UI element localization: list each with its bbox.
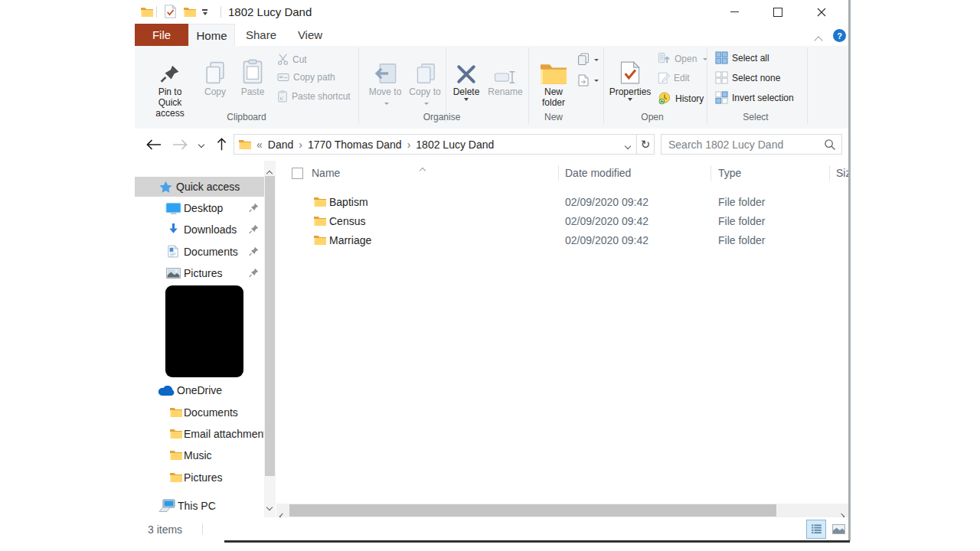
qat-new-folder-icon[interactable] xyxy=(184,7,196,17)
horizontal-scrollbar[interactable] xyxy=(276,504,848,517)
column-header-separator[interactable] xyxy=(829,165,830,181)
qat-separator xyxy=(220,6,221,18)
cut-button[interactable]: Cut xyxy=(277,54,307,65)
rename-button[interactable]: Rename xyxy=(485,51,525,97)
sidebar-item-onedrive-documents[interactable]: Documents xyxy=(135,403,264,422)
copy-button[interactable]: Copy xyxy=(198,51,233,97)
sidebar-item-quick-access[interactable]: Quick access xyxy=(135,177,264,197)
help-button[interactable]: ? xyxy=(833,29,846,42)
cut-icon xyxy=(277,54,289,65)
file-row-baptism[interactable]: Baptism 02/09/2020 09:42 File folder xyxy=(276,192,851,211)
file-name: Baptism xyxy=(329,192,368,211)
history-icon xyxy=(658,91,671,106)
address-history-dropdown[interactable] xyxy=(626,139,630,151)
scroll-down-icon[interactable] xyxy=(267,499,272,513)
sidebar-item-onedrive-pictures[interactable]: Pictures xyxy=(135,468,264,487)
easy-access-button[interactable] xyxy=(577,74,599,86)
file-row-marriage[interactable]: Marriage 02/09/2020 09:42 File folder xyxy=(276,230,851,249)
properties-label: Properties xyxy=(608,86,652,97)
new-item-button[interactable] xyxy=(577,53,599,66)
horizontal-scrollbar-thumb[interactable] xyxy=(289,504,776,517)
sort-ascending-icon[interactable] xyxy=(420,162,425,176)
move-to-button[interactable]: Move to xyxy=(366,51,404,108)
items-count: 3 items xyxy=(148,517,182,541)
sidebar-item-pictures[interactable]: Pictures xyxy=(135,263,264,283)
search-input[interactable] xyxy=(662,135,841,154)
select-group-label: Select xyxy=(717,112,794,122)
file-name: Census xyxy=(329,211,365,230)
column-header-name[interactable]: Name xyxy=(312,161,340,184)
redacted-thumbnail xyxy=(165,285,243,377)
tab-view[interactable]: View xyxy=(286,24,334,46)
sidebar-scrollbar[interactable] xyxy=(264,161,276,517)
file-name: Marriage xyxy=(329,230,371,249)
pin-icon xyxy=(249,268,259,278)
invert-selection-button[interactable]: Invert selection xyxy=(715,91,794,104)
edit-button[interactable]: Edit xyxy=(658,72,690,84)
pin-to-quick-access-button[interactable]: Pin to Quick access xyxy=(145,51,194,119)
sidebar-item-documents[interactable]: Documents xyxy=(135,242,264,262)
thumbnails-view-button[interactable] xyxy=(828,520,848,539)
minimize-button[interactable] xyxy=(715,0,753,24)
tab-share[interactable]: Share xyxy=(237,24,285,46)
invert-selection-label: Invert selection xyxy=(732,93,794,103)
breadcrumb-separator[interactable]: › xyxy=(299,139,302,151)
details-view-button[interactable] xyxy=(806,520,826,539)
tab-file[interactable]: File xyxy=(135,24,188,46)
open-button[interactable]: Open xyxy=(658,52,707,65)
sidebar-item-onedrive[interactable]: OneDrive xyxy=(135,380,264,400)
tab-home[interactable]: Home xyxy=(188,24,235,46)
file-list: Name Date modified Type Size Baptism 02/… xyxy=(276,161,851,517)
breadcrumb-separator[interactable]: › xyxy=(407,139,411,151)
delete-icon xyxy=(456,64,476,84)
select-all-icon xyxy=(715,51,728,64)
breadcrumb-crumb[interactable]: Dand xyxy=(268,139,293,151)
sidebar-item-label: Desktop xyxy=(184,202,223,214)
rename-label: Rename xyxy=(485,86,525,97)
column-header-type[interactable]: Type xyxy=(718,161,741,184)
select-all-button[interactable]: Select all xyxy=(715,51,769,64)
up-button[interactable] xyxy=(211,134,231,155)
select-none-button[interactable]: Select none xyxy=(715,71,780,84)
sidebar-item-this-pc[interactable]: This PC xyxy=(135,496,264,516)
copy-path-button[interactable]: Copy path xyxy=(277,72,335,83)
new-item-icon xyxy=(577,53,590,66)
forward-button[interactable] xyxy=(170,134,190,155)
file-row-census[interactable]: Census 02/09/2020 09:42 File folder xyxy=(276,211,851,230)
select-none-label: Select none xyxy=(732,73,780,83)
back-button[interactable] xyxy=(144,134,164,155)
move-to-icon xyxy=(374,63,397,84)
refresh-button[interactable]: ↻ xyxy=(636,134,655,155)
qat-properties-icon[interactable] xyxy=(165,5,176,18)
select-all-checkbox[interactable] xyxy=(292,168,303,179)
dropdown-caret-icon xyxy=(628,98,632,103)
copy-to-button[interactable]: Copy to xyxy=(406,51,444,108)
new-folder-button[interactable]: New folder xyxy=(534,51,573,108)
properties-button[interactable]: Properties xyxy=(608,51,652,103)
breadcrumb[interactable]: « Dand › 1770 Thomas Dand › 1802 Lucy Da… xyxy=(234,134,637,155)
paste-shortcut-button[interactable]: Paste shortcut xyxy=(277,90,351,103)
column-separator[interactable] xyxy=(710,165,711,181)
search-box[interactable] xyxy=(661,134,842,155)
sidebar-item-music[interactable]: Music xyxy=(135,445,264,465)
maximize-button[interactable] xyxy=(759,0,797,24)
close-button[interactable] xyxy=(802,0,841,24)
column-header-date-modified[interactable]: Date modified xyxy=(565,161,631,184)
qat-customize-dropdown-icon[interactable] xyxy=(202,9,207,18)
breadcrumb-root-chevron[interactable]: « xyxy=(256,139,263,151)
column-header-size[interactable]: Size xyxy=(836,161,851,184)
sidebar-scrollbar-thumb[interactable] xyxy=(265,176,275,476)
breadcrumb-crumb[interactable]: 1802 Lucy Dand xyxy=(416,139,494,151)
sidebar-item-email-attachments[interactable]: Email attachments xyxy=(135,424,264,444)
history-button[interactable]: History xyxy=(658,91,704,106)
sidebar-item-downloads[interactable]: Downloads xyxy=(135,220,264,240)
paste-button[interactable]: Paste xyxy=(235,51,270,97)
navigation-pane: Quick access Desktop Downloads Documents xyxy=(135,161,264,517)
delete-button[interactable]: Delete xyxy=(449,51,484,103)
open-icon xyxy=(658,52,671,65)
collapse-ribbon-chevron-icon[interactable] xyxy=(815,33,822,47)
column-separator[interactable] xyxy=(558,165,559,181)
breadcrumb-crumb[interactable]: 1770 Thomas Dand xyxy=(308,139,402,151)
sidebar-item-desktop[interactable]: Desktop xyxy=(135,198,264,218)
recent-locations-button[interactable] xyxy=(194,134,208,155)
